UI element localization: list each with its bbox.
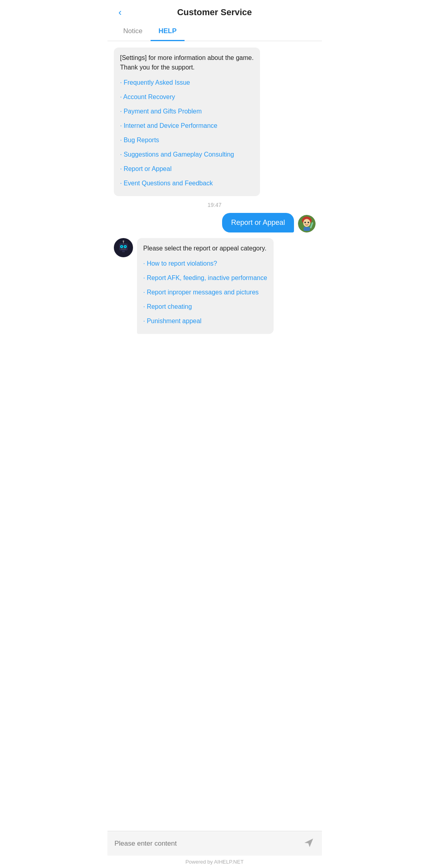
bot-message-2: Please select the report or appeal categ… — [114, 238, 316, 334]
user-bubble: Report or Appeal — [222, 213, 294, 232]
link-internet-device[interactable]: · Internet and Device Performance — [120, 119, 254, 133]
timestamp: 19:47 — [114, 202, 316, 208]
link-account-recovery[interactable]: · Account Recovery — [120, 90, 254, 104]
bot-avatar — [114, 238, 133, 257]
tab-help[interactable]: HELP — [151, 22, 185, 41]
page-title: Customer Service — [177, 7, 252, 18]
user-message-row: Report or Appeal — [114, 213, 316, 232]
bot-bubble-1: [Settings] for more information about th… — [114, 48, 260, 196]
tab-notice[interactable]: Notice — [115, 22, 151, 41]
chat-area: [Settings] for more information about th… — [107, 41, 322, 831]
svg-point-14 — [123, 240, 124, 242]
link-how-to-report[interactable]: · How to report violations? — [143, 256, 267, 271]
svg-rect-16 — [120, 252, 127, 254]
link-bug-reports[interactable]: · Bug Reports — [120, 133, 254, 147]
header: ‹ Customer Service — [107, 0, 322, 22]
bot-intro-text-1: [Settings] for more information about th… — [120, 53, 254, 72]
link-payment[interactable]: · Payment and Gifts Problem — [120, 104, 254, 119]
svg-rect-5 — [304, 227, 310, 231]
bot-intro-text-2: Please select the report or appeal categ… — [143, 244, 267, 253]
svg-point-2 — [303, 219, 310, 227]
svg-point-3 — [304, 222, 306, 223]
link-event-questions[interactable]: · Event Questions and Feedback — [120, 176, 254, 191]
send-button[interactable] — [301, 835, 316, 852]
tab-bar: Notice HELP — [107, 22, 322, 41]
bot-message-1: [Settings] for more information about th… — [114, 48, 316, 196]
send-icon — [304, 838, 314, 848]
avatar — [298, 215, 316, 232]
link-report-afk[interactable]: · Report AFK, feeding, inactive performa… — [143, 271, 267, 285]
footer-text: Powered by AIHELP.NET — [185, 859, 244, 865]
svg-rect-12 — [121, 249, 126, 250]
link-report-improper[interactable]: · Report inproper messages and pictures — [143, 285, 267, 300]
footer: Powered by AIHELP.NET — [107, 856, 322, 868]
svg-rect-15 — [122, 250, 125, 252]
input-area — [107, 831, 322, 856]
link-report-appeal[interactable]: · Report or Appeal — [120, 162, 254, 176]
link-report-cheating[interactable]: · Report cheating — [143, 300, 267, 314]
back-button[interactable]: ‹ — [115, 5, 125, 20]
link-punishment-appeal[interactable]: · Punishment appeal — [143, 314, 267, 328]
svg-point-4 — [308, 222, 309, 223]
svg-point-11 — [124, 246, 126, 248]
chat-input[interactable] — [113, 836, 297, 851]
bot-bubble-2: Please select the report or appeal categ… — [137, 238, 274, 334]
svg-point-10 — [121, 246, 122, 248]
link-suggestions[interactable]: · Suggestions and Gameplay Consulting — [120, 147, 254, 162]
link-faq[interactable]: · Frequently Asked Issue — [120, 75, 254, 90]
